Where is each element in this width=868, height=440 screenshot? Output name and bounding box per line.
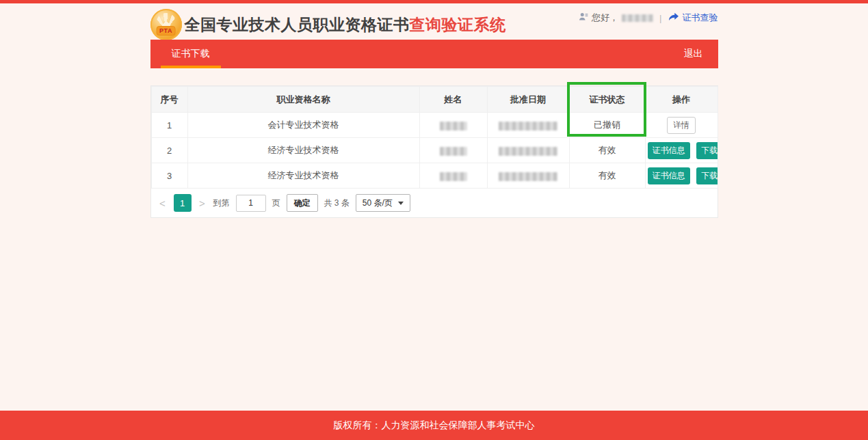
cell-operation: 证书信息 下载: [645, 138, 718, 163]
header-approval-date: 批准日期: [487, 87, 569, 113]
download-button[interactable]: 下载: [696, 142, 718, 159]
next-page-chevron[interactable]: >: [198, 197, 207, 209]
table-row: 3 经济专业技术资格 有效 证书信息 下载: [151, 163, 718, 189]
cell-approval-date: [487, 163, 569, 189]
certificate-info-button[interactable]: 证书信息: [648, 167, 690, 184]
cell-status: 有效: [569, 163, 645, 189]
cell-index: 3: [151, 163, 187, 189]
header-qualification: 职业资格名称: [187, 87, 419, 113]
header-operation: 操作: [645, 87, 718, 113]
cell-operation: 证书信息 下载: [645, 163, 718, 189]
details-button[interactable]: 详情: [667, 117, 696, 134]
tab-label: 证书下载: [172, 48, 210, 60]
header-name: 姓名: [419, 87, 487, 113]
cell-name: [419, 138, 487, 163]
brand: PTA 全国专业技术人员职业资格证书查询验证系统: [150, 9, 506, 40]
redacted-name: [440, 122, 467, 130]
greeting-text: 您好，: [592, 12, 618, 24]
cell-name: [419, 163, 487, 189]
logout-button[interactable]: 退出: [684, 48, 703, 60]
table-row: 1 会计专业技术资格 已撤销 详情: [151, 113, 718, 138]
pagination: < 1 > 到第 页 确定 共 3 条 50 条/页: [151, 189, 718, 217]
goto-label: 到第: [213, 197, 230, 209]
user-icon: [578, 12, 588, 24]
cell-qualification: 会计专业技术资格: [187, 113, 419, 138]
confirm-button[interactable]: 确定: [287, 194, 318, 212]
page-title-main: 全国专业技术人员职业资格证书: [185, 16, 410, 33]
header-status: 证书状态: [569, 87, 645, 113]
cell-index: 2: [151, 138, 187, 163]
page-size-value: 50 条/页: [363, 197, 393, 209]
download-button[interactable]: 下载: [696, 167, 718, 184]
logo-badge-text: PTA: [156, 26, 176, 36]
header: PTA 全国专业技术人员职业资格证书查询验证系统 您好， | 证书查验: [150, 3, 718, 40]
share-arrow-icon: [668, 12, 679, 24]
page-size-select[interactable]: 50 条/页: [356, 194, 410, 212]
certificates-table: 序号 职业资格名称 姓名 批准日期 证书状态 操作 1 会计专业技术资格 已撤销…: [151, 86, 718, 189]
cell-status: 已撤销: [569, 113, 645, 138]
nav-bar: 证书下载 退出: [150, 40, 718, 68]
tab-certificate-download[interactable]: 证书下载: [161, 40, 221, 68]
goto-unit: 页: [272, 197, 280, 209]
copyright-text: 版权所有：人力资源和社会保障部人事考试中心: [334, 420, 535, 432]
cell-qualification: 经济专业技术资格: [187, 163, 419, 189]
current-page-button[interactable]: 1: [174, 194, 192, 212]
goto-page-input[interactable]: [236, 195, 266, 212]
redacted-name: [440, 147, 467, 156]
pta-logo-icon: PTA: [150, 9, 182, 40]
cell-index: 1: [151, 113, 187, 138]
cell-approval-date: [487, 113, 569, 138]
separator: |: [659, 13, 661, 23]
total-count: 共 3 条: [324, 197, 350, 209]
redacted-date: [499, 122, 557, 130]
redacted-date: [499, 172, 557, 181]
redacted-username: [622, 14, 653, 22]
page-title: 全国专业技术人员职业资格证书查询验证系统: [185, 14, 506, 36]
table-header-row: 序号 职业资格名称 姓名 批准日期 证书状态 操作: [151, 87, 718, 113]
page-title-accent: 查询验证系统: [410, 16, 506, 33]
table-row: 2 经济专业技术资格 有效 证书信息 下载: [151, 138, 718, 163]
certificates-panel: 序号 职业资格名称 姓名 批准日期 证书状态 操作 1 会计专业技术资格 已撤销…: [150, 85, 718, 218]
footer: 版权所有：人力资源和社会保障部人事考试中心: [0, 411, 868, 440]
chevron-down-icon: [398, 202, 404, 205]
redacted-name: [440, 172, 467, 181]
cell-operation: 详情: [645, 113, 718, 138]
header-index: 序号: [151, 87, 187, 113]
certificate-query-page: PTA 全国专业技术人员职业资格证书查询验证系统 您好， | 证书查验 证书下载…: [0, 0, 868, 440]
active-tab-underline: [161, 66, 221, 68]
certificate-verify-link[interactable]: 证书查验: [683, 12, 718, 24]
cell-qualification: 经济专业技术资格: [187, 138, 419, 163]
redacted-date: [499, 147, 557, 156]
prev-page-chevron[interactable]: <: [158, 197, 168, 209]
cell-name: [419, 113, 487, 138]
cell-approval-date: [487, 138, 569, 163]
user-bar: 您好， | 证书查验: [578, 12, 718, 24]
cell-status: 有效: [569, 138, 645, 163]
certificate-info-button[interactable]: 证书信息: [648, 142, 690, 159]
